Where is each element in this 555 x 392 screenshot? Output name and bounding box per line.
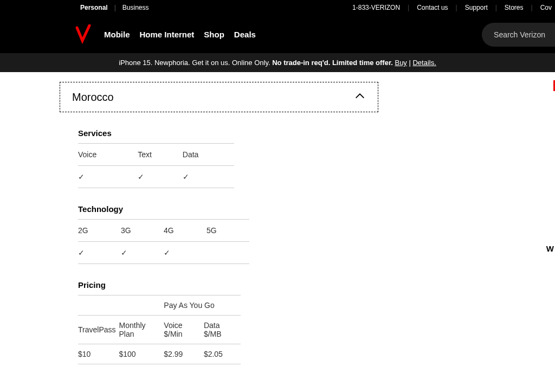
col-super-header: Pay As You Go <box>164 295 241 316</box>
col-header: Text <box>138 144 183 166</box>
chevron-up-icon <box>354 90 366 104</box>
verizon-logo[interactable] <box>75 23 94 45</box>
table-row: Voice Text Data <box>78 144 234 166</box>
cell-empty <box>206 242 249 264</box>
services-section: Services Voice Text Data ✓ ✓ ✓ <box>78 128 234 188</box>
coverage-link[interactable]: Cov <box>540 4 552 11</box>
utility-nav: Personal | Business 1-833-VERIZON | Cont… <box>0 0 555 15</box>
country-accordion-header[interactable]: Morocco <box>60 82 378 112</box>
main-nav: Mobile Home Internet Shop Deals Search V… <box>0 15 555 53</box>
search-input[interactable]: Search Verizon <box>482 23 555 47</box>
technology-section: Technology 2G 3G 4G 5G ✓ ✓ ✓ <box>78 204 249 264</box>
technology-title: Technology <box>78 204 249 214</box>
col-header: 5G <box>206 220 249 242</box>
col-header: 4G <box>164 220 206 242</box>
promo-offer: No trade-in req'd. Limited time offer. <box>272 59 395 67</box>
col-header: TravelPass <box>78 316 119 344</box>
business-link[interactable]: Business <box>122 4 149 11</box>
col-header: Voice <box>78 144 138 166</box>
table-row: 2G 3G 4G 5G <box>78 220 249 242</box>
price-value: $2.99 <box>164 344 204 364</box>
separator: | <box>408 4 409 11</box>
contact-link[interactable]: Contact us <box>417 4 448 11</box>
price-value: $2.05 <box>204 344 241 364</box>
price-value: $10 <box>78 344 119 364</box>
pricing-section: Pricing Pay As You Go TravelPass Monthly… <box>78 280 241 364</box>
country-name: Morocco <box>72 91 114 104</box>
pricing-title: Pricing <box>78 280 241 290</box>
cell-empty <box>78 295 119 316</box>
col-header: Monthly Plan <box>119 316 164 344</box>
phone-number: 1-833-VERIZON <box>352 4 400 11</box>
cell-empty <box>119 295 164 316</box>
pricing-table: Pay As You Go TravelPass Monthly Plan Vo… <box>78 295 241 364</box>
col-header: 2G <box>78 220 121 242</box>
promo-text: iPhone 15. Newphoria. Get it on us. Onli… <box>119 59 272 67</box>
checkmark-icon: ✓ <box>164 242 206 264</box>
nav-shop[interactable]: Shop <box>204 30 224 39</box>
checkmark-icon: ✓ <box>78 166 138 188</box>
price-value: $100 <box>119 344 164 364</box>
checkmark-icon: ✓ <box>121 242 164 264</box>
support-link[interactable]: Support <box>465 4 488 11</box>
separator: | <box>407 59 413 67</box>
country-details: Morocco Services Voice Text Data ✓ ✓ ✓ T… <box>0 72 379 364</box>
promo-details-link[interactable]: Details. <box>412 59 436 67</box>
promo-buy-link[interactable]: Buy <box>395 59 406 67</box>
col-header: Data $/MB <box>204 316 241 344</box>
table-row: TravelPass Monthly Plan Voice $/Min Data… <box>78 316 241 344</box>
col-header: Data <box>183 144 234 166</box>
checkmark-icon: ✓ <box>138 166 183 188</box>
nav-home-internet[interactable]: Home Internet <box>140 30 195 39</box>
separator: | <box>114 4 116 11</box>
col-header: Voice $/Min <box>164 316 204 344</box>
main-nav-links: Mobile Home Internet Shop Deals <box>104 30 256 39</box>
truncated-text: W <box>546 244 554 253</box>
col-header: 3G <box>121 220 164 242</box>
checkmark-icon: ✓ <box>183 166 234 188</box>
utility-links: 1-833-VERIZON | Contact us | Support | S… <box>352 4 555 11</box>
checkmark-icon: ✓ <box>78 242 121 264</box>
table-row: ✓ ✓ ✓ <box>78 242 249 264</box>
separator: | <box>531 4 533 11</box>
table-row: ✓ ✓ ✓ <box>78 166 234 188</box>
services-title: Services <box>78 128 234 138</box>
technology-table: 2G 3G 4G 5G ✓ ✓ ✓ <box>78 219 249 264</box>
audience-switcher: Personal | Business <box>80 4 149 11</box>
stores-link[interactable]: Stores <box>505 4 524 11</box>
promo-banner: iPhone 15. Newphoria. Get it on us. Onli… <box>0 53 555 72</box>
separator: | <box>495 4 497 11</box>
personal-link[interactable]: Personal <box>80 4 108 11</box>
separator: | <box>456 4 457 11</box>
nav-deals[interactable]: Deals <box>234 30 256 39</box>
nav-mobile[interactable]: Mobile <box>104 30 130 39</box>
table-row: $10 $100 $2.99 $2.05 <box>78 344 241 364</box>
table-row: Pay As You Go <box>78 295 241 316</box>
services-table: Voice Text Data ✓ ✓ ✓ <box>78 143 234 188</box>
